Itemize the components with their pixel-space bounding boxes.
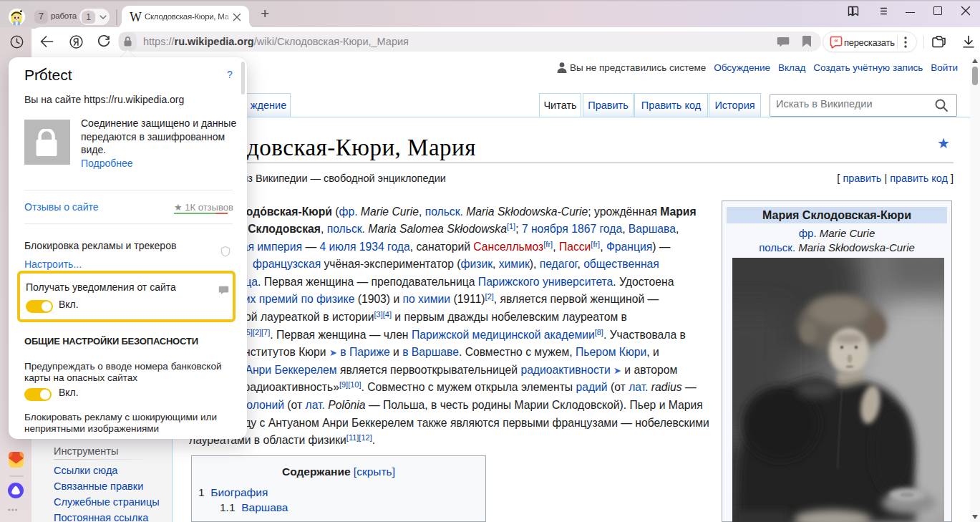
- svg-text:“: “: [834, 37, 838, 46]
